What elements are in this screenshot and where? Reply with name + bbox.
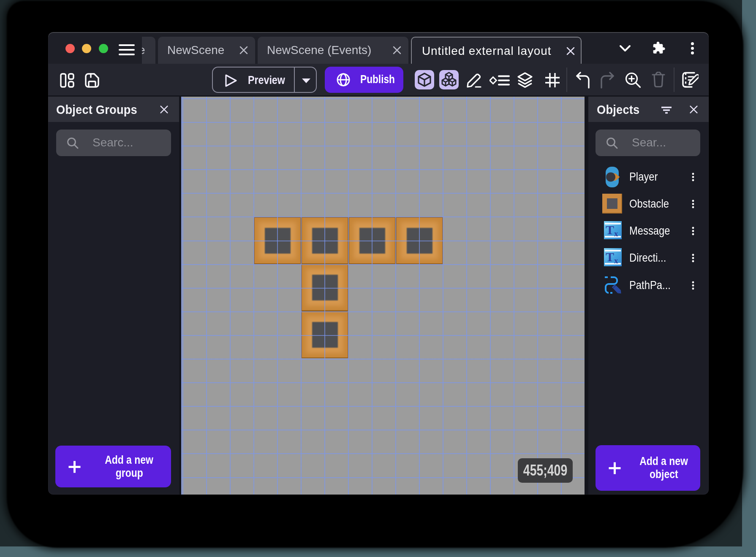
svg-text:x: x <box>614 256 618 265</box>
svg-text:T: T <box>606 250 614 264</box>
svg-text:x: x <box>614 229 618 238</box>
svg-text:T: T <box>606 223 614 237</box>
